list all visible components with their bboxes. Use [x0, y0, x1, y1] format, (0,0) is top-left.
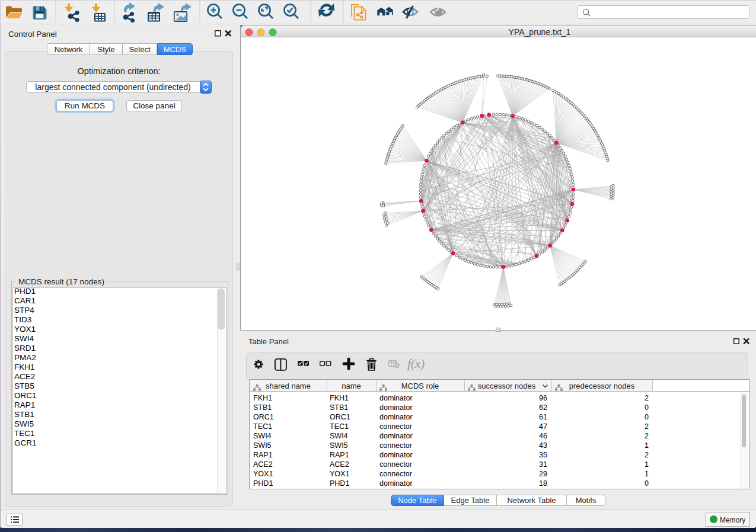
svg-text:f(x): f(x): [407, 357, 425, 371]
